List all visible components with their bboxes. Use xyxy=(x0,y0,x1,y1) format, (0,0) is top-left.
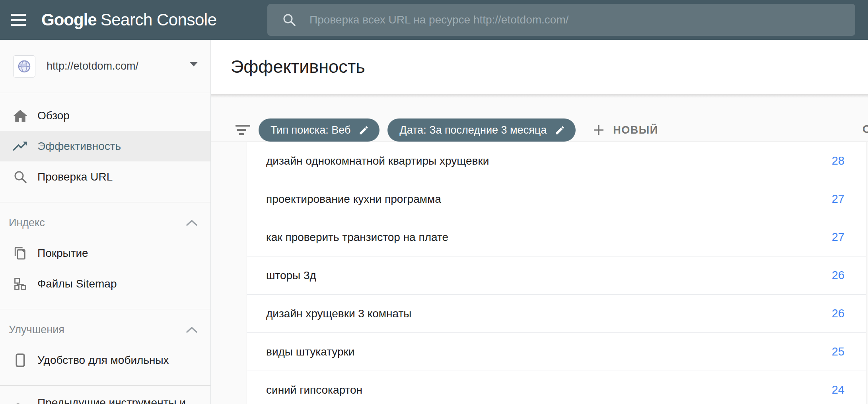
sidebar-item-url-inspection[interactable]: Проверка URL xyxy=(0,161,210,192)
google-search-console-app: GoogleSearch Console Проверка всех URL н… xyxy=(0,0,868,404)
clicks-cell: 26 xyxy=(832,307,845,320)
sidebar-item-mobile-usability[interactable]: Удобство для мобильных xyxy=(0,345,210,375)
pencil-icon xyxy=(555,125,565,136)
main-content: Эффективность Тип поиска: Веб Да xyxy=(211,40,868,404)
logo-search-console: Search Console xyxy=(101,10,217,29)
sidebar-item-overview[interactable]: Обзор xyxy=(0,100,210,131)
chevron-up-icon[interactable] xyxy=(186,326,198,333)
sidebar-item-label: Предыдущие инструменты и отчеты xyxy=(37,396,210,404)
app-logo: GoogleSearch Console xyxy=(41,10,217,29)
new-filter-label: НОВЫЙ xyxy=(613,124,658,136)
chip-label: Дата: За последние 3 месяца xyxy=(399,124,547,136)
sidebar-item-label: Обзор xyxy=(37,109,70,122)
table-row[interactable]: виды штукатурки 25 xyxy=(247,333,866,371)
chevron-up-icon[interactable] xyxy=(186,219,198,226)
sidebar-section-enhancements[interactable]: Улучшения xyxy=(0,315,210,345)
table-row[interactable]: дизайн однокомнатной квартиры хрущевки 2… xyxy=(247,142,866,180)
home-icon xyxy=(13,110,28,122)
sidebar-item-label: Проверка URL xyxy=(37,171,113,183)
search-placeholder: Проверка всех URL на ресурсе http://etot… xyxy=(309,14,568,26)
globe-icon xyxy=(17,59,31,74)
trending-up-icon xyxy=(13,142,28,151)
section-header-label: Улучшения xyxy=(9,324,64,336)
pencil-icon xyxy=(358,125,369,136)
search-icon xyxy=(282,12,297,27)
sidebar-divider xyxy=(0,385,210,386)
sidebar: http://etotdom.com/ Обзор Эффективность xyxy=(0,40,211,404)
sidebar-item-coverage[interactable]: Покрытие xyxy=(0,238,210,268)
query-cell: дизайн хрущевки 3 комнаты xyxy=(266,307,832,320)
page-header: Эффективность xyxy=(211,40,868,94)
table-row[interactable]: синий гипсокартон 24 xyxy=(247,371,866,404)
url-inspection-search-input[interactable]: Проверка всех URL на ресурсе http://etot… xyxy=(267,4,855,36)
table-row[interactable]: как проверить транзистор на плате 27 xyxy=(247,218,866,256)
page-title: Эффективность xyxy=(231,56,365,77)
mobile-icon xyxy=(13,353,28,367)
table-row[interactable]: шторы 3д 26 xyxy=(247,256,866,295)
sidebar-item-label: Эффективность xyxy=(37,140,121,153)
sidebar-item-label: Файлы Sitemap xyxy=(37,278,117,290)
sidebar-item-sitemaps[interactable]: Файлы Sitemap xyxy=(0,268,210,299)
query-cell: синий гипсокартон xyxy=(266,384,832,396)
tools-icon xyxy=(13,403,28,404)
filter-chip-search-type[interactable]: Тип поиска: Веб xyxy=(259,118,380,142)
table-row[interactable]: проектирование кухни программа 27 xyxy=(247,180,866,218)
section-header-label: Индекс xyxy=(9,217,45,229)
sidebar-divider xyxy=(0,309,210,309)
sidebar-section-index[interactable]: Индекс xyxy=(0,208,210,238)
logo-google: Google xyxy=(41,10,97,29)
sidebar-item-legacy-tools[interactable]: Предыдущие инструменты и отчеты xyxy=(0,394,210,404)
sidebar-divider xyxy=(0,202,210,202)
filter-icon[interactable] xyxy=(235,124,251,136)
coverage-icon xyxy=(13,247,28,260)
chip-label: Тип поиска: Веб xyxy=(271,124,350,136)
sitemap-icon xyxy=(13,277,28,291)
query-cell: виды штукатурки xyxy=(266,346,832,358)
clicks-cell: 28 xyxy=(832,154,845,167)
clicks-cell: 27 xyxy=(832,192,845,206)
query-cell: проектирование кухни программа xyxy=(266,193,832,206)
clicks-cell: 25 xyxy=(832,345,845,358)
plus-icon xyxy=(592,124,605,136)
caret-down-icon xyxy=(190,62,198,66)
url-inspect-icon xyxy=(13,170,28,184)
query-cell: шторы 3д xyxy=(266,269,832,282)
query-cell: как проверить транзистор на плате xyxy=(266,231,832,244)
sidebar-item-label: Удобство для мобильных xyxy=(37,354,169,367)
hamburger-menu-icon[interactable] xyxy=(11,14,27,26)
sidebar-item-label: Покрытие xyxy=(37,247,88,260)
property-url: http://etotdom.com/ xyxy=(47,60,138,72)
top-app-bar: GoogleSearch Console Проверка всех URL н… xyxy=(0,0,868,40)
property-selector[interactable]: http://etotdom.com/ xyxy=(0,40,210,93)
queries-table: дизайн однокомнатной квартиры хрущевки 2… xyxy=(211,142,868,404)
table-row[interactable]: дизайн хрущевки 3 комнаты 26 xyxy=(247,295,866,333)
filter-chip-date-range[interactable]: Дата: За последние 3 месяца xyxy=(387,118,576,142)
query-cell: дизайн однокомнатной квартиры хрущевки xyxy=(266,155,832,167)
clicks-cell: 24 xyxy=(832,383,845,396)
clipped-export-label[interactable]: С xyxy=(862,123,868,136)
sidebar-item-performance[interactable]: Эффективность xyxy=(0,131,210,161)
clicks-cell: 26 xyxy=(832,269,845,282)
property-favicon-card xyxy=(13,55,35,78)
queries-table-rows: дизайн однокомнатной квартиры хрущевки 2… xyxy=(247,142,866,404)
clicks-cell: 27 xyxy=(832,231,845,244)
new-filter-button[interactable]: НОВЫЙ xyxy=(592,124,658,136)
